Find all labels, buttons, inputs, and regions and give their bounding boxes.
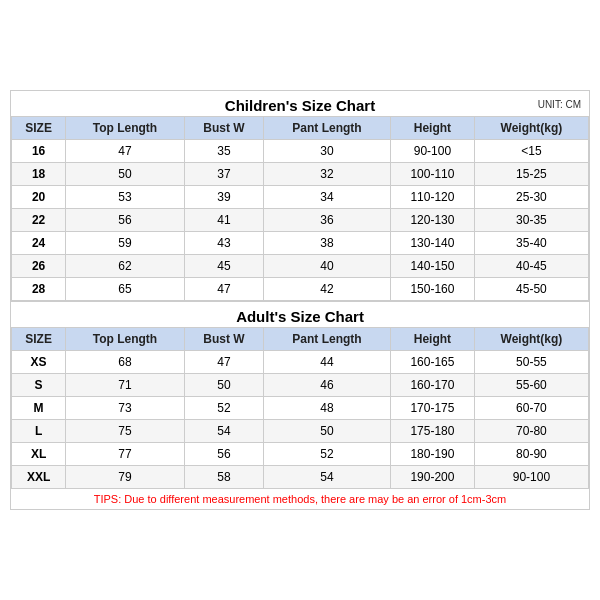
- table-cell: 35-40: [474, 232, 588, 255]
- table-cell: 52: [263, 443, 390, 466]
- table-cell: 47: [184, 278, 263, 301]
- table-row: S715046160-17055-60: [12, 374, 589, 397]
- table-cell: 42: [263, 278, 390, 301]
- table-cell: 110-120: [391, 186, 475, 209]
- table-cell: 65: [66, 278, 185, 301]
- table-cell: 38: [263, 232, 390, 255]
- table-cell: 48: [263, 397, 390, 420]
- adult-col-weight: Weight(kg): [474, 328, 588, 351]
- col-top-length: Top Length: [66, 117, 185, 140]
- size-chart: Children's Size Chart UNIT: CM SIZE Top …: [10, 90, 590, 510]
- table-cell: 120-130: [391, 209, 475, 232]
- table-cell: 68: [66, 351, 185, 374]
- table-cell: 40: [263, 255, 390, 278]
- table-row: XXL795854190-20090-100: [12, 466, 589, 489]
- table-cell: 73: [66, 397, 185, 420]
- table-cell: 79: [66, 466, 185, 489]
- table-cell: 37: [184, 163, 263, 186]
- tips-row: TIPS: Due to different measurement metho…: [11, 489, 589, 509]
- table-cell: 150-160: [391, 278, 475, 301]
- table-cell: 40-45: [474, 255, 588, 278]
- table-cell: 28: [12, 278, 66, 301]
- table-cell: 54: [184, 420, 263, 443]
- table-cell: 180-190: [391, 443, 475, 466]
- table-cell: 56: [184, 443, 263, 466]
- adult-col-pant-length: Pant Length: [263, 328, 390, 351]
- col-pant-length: Pant Length: [263, 117, 390, 140]
- table-cell: 70-80: [474, 420, 588, 443]
- table-cell: 32: [263, 163, 390, 186]
- table-cell: 54: [263, 466, 390, 489]
- table-cell: 90-100: [474, 466, 588, 489]
- table-cell: 30: [263, 140, 390, 163]
- table-cell: 20: [12, 186, 66, 209]
- table-cell: XXL: [12, 466, 66, 489]
- table-cell: 18: [12, 163, 66, 186]
- children-tbody: 1647353090-100<1518503732100-11015-25205…: [12, 140, 589, 301]
- table-cell: 170-175: [391, 397, 475, 420]
- table-cell: 56: [66, 209, 185, 232]
- table-row: 24594338130-14035-40: [12, 232, 589, 255]
- table-cell: 45-50: [474, 278, 588, 301]
- table-cell: 160-165: [391, 351, 475, 374]
- table-cell: 130-140: [391, 232, 475, 255]
- table-row: 18503732100-11015-25: [12, 163, 589, 186]
- table-cell: XS: [12, 351, 66, 374]
- table-cell: 140-150: [391, 255, 475, 278]
- table-cell: 100-110: [391, 163, 475, 186]
- table-cell: 34: [263, 186, 390, 209]
- table-cell: 43: [184, 232, 263, 255]
- table-cell: 24: [12, 232, 66, 255]
- table-cell: S: [12, 374, 66, 397]
- table-row: 28654742150-16045-50: [12, 278, 589, 301]
- adults-table: SIZE Top Length Bust W Pant Length Heigh…: [11, 327, 589, 489]
- children-table: SIZE Top Length Bust W Pant Length Heigh…: [11, 116, 589, 301]
- table-row: L755450175-18070-80: [12, 420, 589, 443]
- adults-title-text: Adult's Size Chart: [236, 308, 364, 325]
- tips-text: TIPS: Due to different measurement metho…: [11, 489, 589, 509]
- table-cell: 175-180: [391, 420, 475, 443]
- table-cell: 44: [263, 351, 390, 374]
- table-row: XL775652180-19080-90: [12, 443, 589, 466]
- table-cell: 45: [184, 255, 263, 278]
- table-cell: 58: [184, 466, 263, 489]
- adults-header-row: SIZE Top Length Bust W Pant Length Heigh…: [12, 328, 589, 351]
- table-cell: 46: [263, 374, 390, 397]
- table-cell: 39: [184, 186, 263, 209]
- table-cell: 16: [12, 140, 66, 163]
- table-cell: 50-55: [474, 351, 588, 374]
- table-cell: 71: [66, 374, 185, 397]
- table-cell: M: [12, 397, 66, 420]
- table-cell: 62: [66, 255, 185, 278]
- table-cell: 47: [184, 351, 263, 374]
- table-cell: 35: [184, 140, 263, 163]
- table-cell: 53: [66, 186, 185, 209]
- children-title-text: Children's Size Chart: [225, 97, 375, 114]
- adult-col-bust-w: Bust W: [184, 328, 263, 351]
- adult-col-top-length: Top Length: [66, 328, 185, 351]
- table-cell: 26: [12, 255, 66, 278]
- table-cell: 47: [66, 140, 185, 163]
- table-cell: 77: [66, 443, 185, 466]
- table-cell: 15-25: [474, 163, 588, 186]
- table-cell: XL: [12, 443, 66, 466]
- table-row: 1647353090-100<15: [12, 140, 589, 163]
- table-cell: 36: [263, 209, 390, 232]
- adult-col-size: SIZE: [12, 328, 66, 351]
- children-title: Children's Size Chart UNIT: CM: [11, 91, 589, 116]
- table-cell: 52: [184, 397, 263, 420]
- table-cell: 80-90: [474, 443, 588, 466]
- table-cell: 50: [263, 420, 390, 443]
- table-cell: 22: [12, 209, 66, 232]
- table-cell: 25-30: [474, 186, 588, 209]
- table-cell: 30-35: [474, 209, 588, 232]
- col-height: Height: [391, 117, 475, 140]
- table-cell: 75: [66, 420, 185, 443]
- col-bust-w: Bust W: [184, 117, 263, 140]
- table-cell: 190-200: [391, 466, 475, 489]
- adults-tbody: XS684744160-16550-55S715046160-17055-60M…: [12, 351, 589, 489]
- table-cell: 160-170: [391, 374, 475, 397]
- tips-table: TIPS: Due to different measurement metho…: [11, 489, 589, 509]
- col-weight: Weight(kg): [474, 117, 588, 140]
- table-cell: 90-100: [391, 140, 475, 163]
